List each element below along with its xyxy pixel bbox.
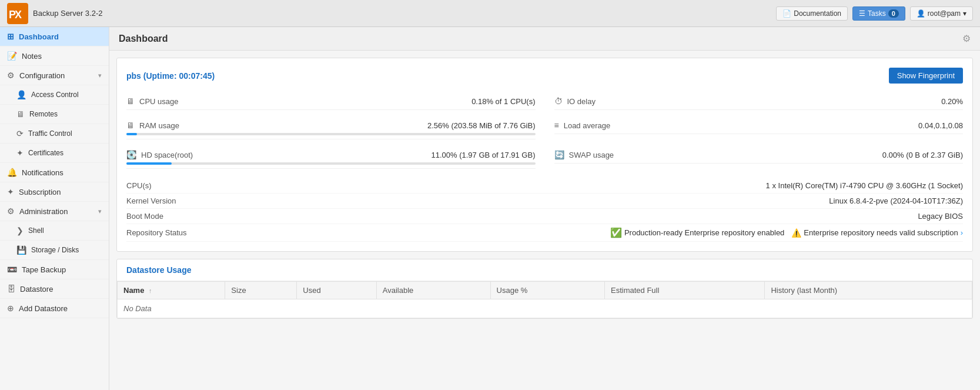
ram-progress-bg bbox=[126, 133, 536, 135]
sidebar-item-shell[interactable]: ❯ Shell bbox=[0, 221, 109, 241]
repo-status: ✅ Production-ready Enterprise repository… bbox=[610, 227, 963, 238]
tasks-button[interactable]: ☰ Tasks 0 bbox=[852, 6, 905, 21]
topbar: P X Backup Server 3.2-2 📄 Documentation … bbox=[0, 0, 980, 27]
sidebar-item-notes[interactable]: 📝 Notes bbox=[0, 46, 109, 66]
sidebar-item-administration[interactable]: ⚙ Administration ▾ bbox=[0, 202, 109, 221]
sidebar-item-add-datastore[interactable]: ⊕ Add Datastore bbox=[0, 299, 109, 318]
cpu-info-label: CPU(s) bbox=[126, 181, 152, 190]
sidebar-label-notifications: Notifications bbox=[22, 168, 63, 177]
sidebar-item-configuration[interactable]: ⚙ Configuration ▾ bbox=[0, 66, 109, 85]
datastore-panel: Datastore Usage Name ↑ Size bbox=[116, 259, 973, 319]
panel-header: pbs (Uptime: 00:07:45) Show Fingerprint bbox=[126, 68, 963, 84]
administration-icon: ⚙ bbox=[7, 206, 15, 216]
ram-value: 2.56% (203.58 MiB of 7.76 GiB) bbox=[427, 121, 536, 130]
col-usage-pct-label: Usage % bbox=[497, 286, 528, 295]
datastore-header: Datastore Usage bbox=[117, 259, 972, 281]
panel-title: pbs (Uptime: 00:07:45) bbox=[126, 71, 215, 81]
sidebar-label-tape-backup: Tape Backup bbox=[22, 265, 66, 274]
remotes-icon: 🖥 bbox=[16, 109, 25, 119]
hd-progress-fill bbox=[126, 162, 172, 165]
sidebar-item-access-control[interactable]: 👤 Access Control bbox=[0, 85, 109, 105]
col-usage-pct[interactable]: Usage % bbox=[490, 282, 604, 299]
main-layout: ⊞ Dashboard 📝 Notes ⚙ Configuration ▾ 👤 … bbox=[0, 27, 980, 390]
sidebar-item-traffic-control[interactable]: ⟳ Traffic Control bbox=[0, 124, 109, 144]
boot-info-row: Boot Mode Legacy BIOS bbox=[126, 209, 963, 224]
ram-stat-row: 🖥 RAM usage 2.56% (203.58 MiB of 7.76 Gi… bbox=[126, 117, 536, 139]
sidebar-label-administration: Administration bbox=[19, 207, 68, 216]
table-header: Name ↑ Size Used Available bbox=[118, 282, 972, 299]
io-icon: ⏱ bbox=[554, 96, 563, 106]
svg-text:X: X bbox=[15, 9, 22, 21]
storage-disks-icon: 💾 bbox=[16, 245, 26, 255]
sidebar-item-remotes[interactable]: 🖥 Remotes bbox=[0, 105, 109, 124]
load-value: 0.04,0.1,0.08 bbox=[918, 121, 963, 130]
no-data-cell: No Data bbox=[118, 299, 972, 318]
datastore-icon: 🗄 bbox=[7, 284, 15, 294]
notifications-icon: 🔔 bbox=[7, 168, 17, 177]
repo-enterprise-status: ✅ Production-ready Enterprise repository… bbox=[610, 227, 784, 238]
cpu-value: 0.18% of 1 CPU(s) bbox=[471, 97, 535, 106]
settings-icon[interactable]: ⚙ bbox=[962, 33, 971, 44]
sidebar-label-traffic-control: Traffic Control bbox=[28, 129, 72, 138]
col-size-label: Size bbox=[231, 286, 246, 295]
ram-progress-fill bbox=[126, 133, 137, 135]
col-history[interactable]: History (last Month) bbox=[765, 282, 972, 299]
sidebar-item-dashboard[interactable]: ⊞ Dashboard bbox=[0, 27, 109, 46]
subscription-icon: ✦ bbox=[7, 187, 14, 196]
sidebar-item-tape-backup[interactable]: 📼 Tape Backup bbox=[0, 260, 109, 279]
sidebar-label-remotes: Remotes bbox=[29, 110, 58, 118]
io-label: IO delay bbox=[567, 97, 596, 106]
ram-label: RAM usage bbox=[139, 121, 179, 130]
io-value: 0.20% bbox=[941, 97, 963, 106]
sidebar-item-subscription[interactable]: ✦ Subscription bbox=[0, 182, 109, 202]
sort-asc-icon: ↑ bbox=[149, 287, 152, 294]
stats-grid: 🖥 CPU usage 0.18% of 1 CPU(s) ⏱ IO delay… bbox=[126, 93, 963, 169]
notes-icon: 📝 bbox=[7, 51, 17, 61]
repo-info-row: Repository Status ✅ Production-ready Ent… bbox=[126, 224, 963, 242]
check-circle-icon: ✅ bbox=[610, 227, 622, 238]
swap-value: 0.00% (0 B of 2.37 GiB) bbox=[882, 151, 963, 159]
col-estimated-full[interactable]: Estimated Full bbox=[604, 282, 765, 299]
sidebar-label-dashboard: Dashboard bbox=[19, 32, 59, 41]
repo-enterprise-text: Production-ready Enterprise repository e… bbox=[624, 228, 784, 237]
boot-value: Legacy BIOS bbox=[918, 212, 963, 221]
content-header: Dashboard ⚙ bbox=[109, 27, 980, 51]
show-fingerprint-button[interactable]: Show Fingerprint bbox=[889, 68, 963, 84]
repo-label: Repository Status bbox=[126, 228, 187, 237]
repo-arrow-icon[interactable]: › bbox=[961, 228, 963, 237]
col-available[interactable]: Available bbox=[376, 282, 490, 299]
sidebar-label-access-control: Access Control bbox=[31, 91, 79, 99]
load-label: Load average bbox=[564, 121, 611, 130]
shell-icon: ❯ bbox=[16, 226, 24, 235]
system-info-panel: pbs (Uptime: 00:07:45) Show Fingerprint … bbox=[116, 58, 973, 252]
swap-icon: 🔄 bbox=[554, 150, 564, 159]
sidebar-item-storage-disks[interactable]: 💾 Storage / Disks bbox=[0, 241, 109, 260]
topbar-right: 📄 Documentation ☰ Tasks 0 👤 root@pam ▾ bbox=[776, 6, 973, 21]
load-icon: ≡ bbox=[554, 121, 559, 130]
certificates-icon: ✦ bbox=[16, 148, 24, 158]
documentation-button[interactable]: 📄 Documentation bbox=[776, 6, 848, 21]
hd-value: 11.00% (1.97 GB of 17.91 GB) bbox=[431, 151, 535, 159]
user-menu-button[interactable]: 👤 root@pam ▾ bbox=[910, 6, 973, 21]
add-datastore-icon: ⊕ bbox=[7, 304, 14, 313]
sidebar-label-shell: Shell bbox=[28, 226, 44, 235]
col-used[interactable]: Used bbox=[297, 282, 376, 299]
cpu-info-row: CPU(s) 1 x Intel(R) Core(TM) i7-4790 CPU… bbox=[126, 178, 963, 194]
col-available-label: Available bbox=[383, 286, 414, 295]
sidebar-item-notifications[interactable]: 🔔 Notifications bbox=[0, 163, 109, 182]
kernel-info-row: Kernel Version Linux 6.8.4-2-pve (2024-0… bbox=[126, 194, 963, 209]
col-size[interactable]: Size bbox=[225, 282, 297, 299]
cpu-label: CPU usage bbox=[139, 97, 178, 106]
sidebar-item-certificates[interactable]: ✦ Certificates bbox=[0, 144, 109, 163]
col-name[interactable]: Name ↑ bbox=[118, 282, 225, 299]
sidebar-item-datastore[interactable]: 🗄 Datastore bbox=[0, 279, 109, 299]
io-stat-row: ⏱ IO delay 0.20% bbox=[554, 93, 964, 110]
traffic-control-icon: ⟳ bbox=[16, 129, 24, 138]
sidebar-label-certificates: Certificates bbox=[28, 149, 63, 157]
hd-icon: 💽 bbox=[126, 150, 136, 159]
col-estimated-full-label: Estimated Full bbox=[611, 286, 659, 295]
ram-icon: 🖥 bbox=[126, 121, 135, 130]
sidebar: ⊞ Dashboard 📝 Notes ⚙ Configuration ▾ 👤 … bbox=[0, 27, 109, 390]
info-rows: CPU(s) 1 x Intel(R) Core(TM) i7-4790 CPU… bbox=[126, 178, 963, 242]
tape-backup-icon: 📼 bbox=[7, 265, 17, 274]
